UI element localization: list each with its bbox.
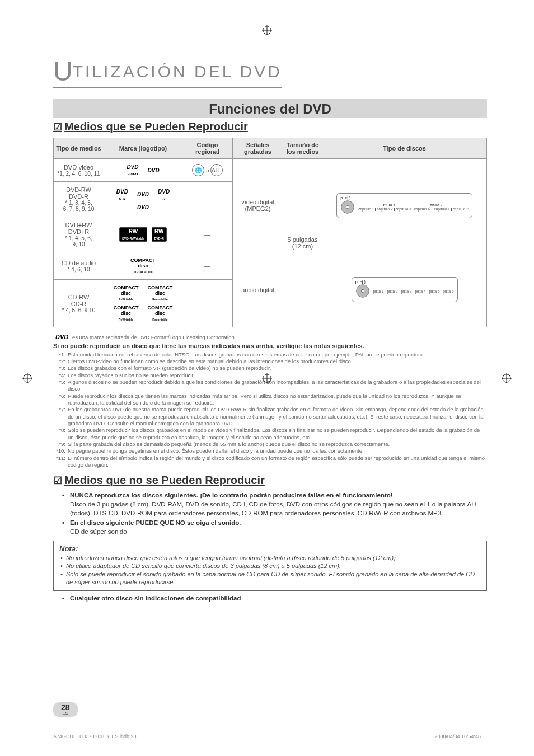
- media-table: Tipo de medios Marca (logotipo) Código r…: [53, 138, 487, 327]
- dvd-logo-icon: DVD: [53, 333, 71, 341]
- page-number-badge: 28 ES: [53, 702, 78, 717]
- media-type-note: * 1, 3, 4, 5, 6, 7, 8, 9, 10: [57, 200, 100, 212]
- footnotes-block: DVD es una marca registrada de DVD Forma…: [53, 333, 487, 468]
- dvd-logo-icon: DVDVIDEO: [124, 163, 140, 177]
- signal-audio: audio digital: [233, 252, 283, 327]
- region-none: —: [204, 196, 210, 203]
- svg-point-13: [346, 205, 349, 208]
- media-type: DVD-video: [57, 164, 100, 171]
- dvd-rw-logo-icon: DVDR W: [114, 188, 130, 201]
- footnote: *7:En las grabadoras DVD de nuestra marc…: [53, 406, 487, 427]
- trademark-line: es una marca registrada de DVD Format/Lo…: [72, 334, 236, 340]
- final-bullet-list: Cualquier otro disco sin indicaciones de…: [53, 594, 487, 603]
- footnote: *10:No pegue papel ni ponga pegatinas en…: [53, 448, 487, 454]
- subheading-text: Medios que no se Pueden Reproducir: [64, 474, 265, 487]
- footer-right: 2008/04/04 16:54:46: [434, 734, 481, 739]
- signal-video: vídeo digital (MPEG2): [233, 159, 283, 252]
- page-number: 28: [61, 703, 70, 711]
- list-item: En el disco siguiente PUEDE QUE NO se oi…: [70, 519, 487, 536]
- disc-icon: [355, 284, 370, 298]
- disc-icon: [340, 200, 355, 214]
- list-item: Cualquier otro disco sin indicaciones de…: [70, 594, 487, 603]
- cd-r-logo-icon: COMPACTdiscRecordable: [146, 284, 175, 302]
- footnote: *9:Si la parte grabada del disco es dema…: [53, 441, 487, 448]
- region-all-icon: ALL: [210, 164, 223, 176]
- nota-item: No introduzca nunca disco que estén roto…: [66, 554, 481, 562]
- section-header: UTILIZACIÓN DEL DVD: [53, 56, 282, 88]
- th-brand: Marca (logotipo): [104, 138, 182, 159]
- region-none: —: [204, 231, 210, 238]
- media-type: CD de audio: [57, 260, 100, 266]
- th-signal: Señales grabadas: [233, 138, 283, 159]
- section-header-initial: U: [53, 57, 73, 86]
- cd-rw-logo-icon: COMPACTdiscReWritable: [111, 284, 141, 302]
- region-none: —: [204, 300, 210, 307]
- check-icon: ☑: [53, 121, 62, 133]
- footer: A74GDUE_LD370SC8 S_ES.indb 28 2008/04/04…: [53, 734, 481, 739]
- dvd-logo-icon: DVD: [146, 167, 162, 174]
- footer-left: A74GDUE_LD370SC8 S_ES.indb 28: [53, 734, 137, 739]
- region-none: —: [204, 262, 210, 269]
- region-icon: 🌐: [192, 164, 204, 176]
- th-region: Código regional: [182, 138, 233, 159]
- unplayable-list: NUNCA reproduzca los discos siguientes. …: [53, 491, 487, 536]
- subheading-text: Medios que se Pueden Reproducir: [64, 120, 248, 133]
- dvd-r-logo-icon: DVDR: [156, 188, 172, 201]
- check-icon: ☑: [53, 475, 62, 487]
- media-type-note: *1, 2, 4, 6, 10, 11: [57, 171, 100, 177]
- main-title: Funciones del DVD: [53, 99, 487, 118]
- crop-mark-icon: [262, 25, 272, 35]
- media-type-note: * 1, 4, 5, 6, 9, 10: [57, 235, 100, 247]
- media-type: DVD-RW DVD-R: [57, 186, 100, 200]
- th-type: Tipo de medios: [54, 138, 104, 159]
- footnote: *6:Puede reproducir los discos que tiene…: [53, 393, 487, 407]
- subheading-playable: ☑ Medios que se Pueden Reproducir: [53, 120, 487, 133]
- footnote: *3:Los discos grabados con el formato VR…: [53, 365, 487, 372]
- cd-logo-icon: COMPACTdiscDIGITAL AUDIO: [128, 257, 158, 275]
- th-discs: Tipo de discos: [322, 138, 487, 159]
- media-size: 5 pulgadas (12 cm): [283, 159, 322, 327]
- media-type-note: * 4, 6, 10: [57, 266, 100, 273]
- page-lang: ES: [62, 711, 68, 716]
- rw-logo-icon: RWDVD+R: [152, 227, 167, 242]
- cd-r-logo-icon: COMPACTdiscRecordable: [146, 304, 175, 322]
- crop-mark-icon: [22, 373, 32, 383]
- footnote: *4:Los discos rayados o sucios no se pue…: [53, 372, 487, 379]
- nota-box: Nota: No introduzca nunca disco que esté…: [53, 541, 487, 591]
- dvd-r-logo-icon: DVD: [135, 204, 151, 211]
- disc-diagram-audio: p. ej.) pista 1 pista 2 pista 3 pista 4 …: [322, 252, 487, 327]
- section-header-text: TILIZACIÓN DEL DVD: [73, 62, 282, 81]
- footnote: *5:Algunos discos no se pueden reproduci…: [53, 379, 487, 393]
- svg-point-15: [361, 289, 364, 292]
- nota-item: No utilice adaptador de CD sencillo que …: [66, 562, 481, 570]
- bold-warning: Si no puede reproducir un disco que tien…: [53, 342, 487, 350]
- disc-diagram-video: p. ej.) título 1 título 2 capítulo 1: [322, 159, 487, 252]
- footnote: *1:Esta unidad funciona con el sistema d…: [53, 351, 487, 358]
- media-type: CD-RW CD-R: [57, 294, 100, 307]
- th-size: Tamaño de los medios: [283, 138, 322, 159]
- rw-logo-icon: RWDVD+ReWritable: [119, 227, 147, 242]
- subheading-unplayable: ☑ Medios que no se Pueden Reproducir: [53, 474, 487, 487]
- table-row: DVD-video *1, 2, 4, 6, 10, 11 DVDVIDEODV…: [54, 159, 487, 182]
- cd-rw-logo-icon: COMPACTdiscReWritable: [111, 304, 141, 322]
- table-row: CD de audio * 4, 6, 10 COMPACTdiscDIGITA…: [54, 252, 487, 280]
- media-type-note: * 4, 5, 6, 9,10: [57, 307, 100, 313]
- crop-mark-icon: [502, 373, 512, 383]
- nota-label: Nota:: [59, 544, 481, 553]
- footnote: *8:Sólo se pueden reproducir los discos …: [53, 427, 487, 441]
- list-item: NUNCA reproduzca los discos siguientes. …: [70, 491, 487, 518]
- footnote: *2:Ciertos DVD-video no funcionan como s…: [53, 358, 487, 365]
- region-or: o: [206, 168, 210, 173]
- nota-item: Sólo se puede reproducir el sonido graba…: [66, 570, 481, 586]
- dvd-rw-logo-icon: DVD: [135, 191, 151, 198]
- footnote: *11:El número dentro del símbolo indica …: [53, 455, 487, 469]
- media-type: DVD+RW DVD+R: [57, 222, 100, 235]
